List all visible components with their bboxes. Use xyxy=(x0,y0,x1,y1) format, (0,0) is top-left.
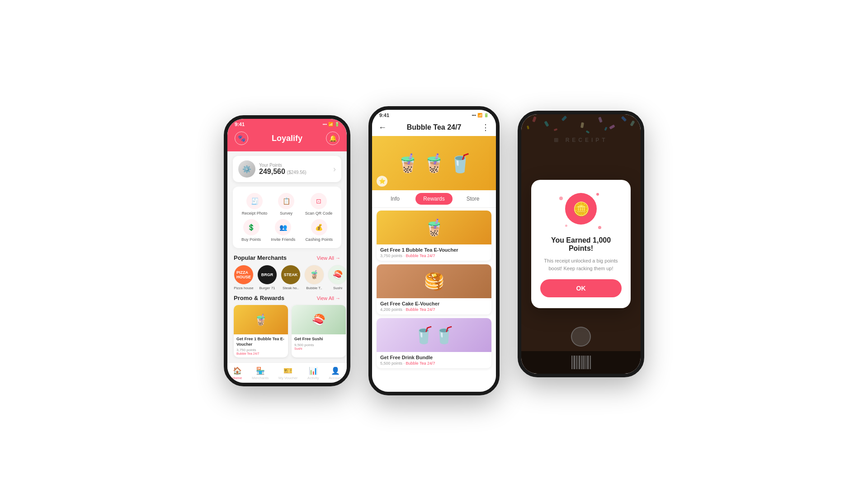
action-survey[interactable]: 📋 Survey xyxy=(278,193,294,216)
modal-dot-br xyxy=(598,226,601,229)
reward-tea-points: 3,750 points xyxy=(380,253,402,258)
bottom-nav: 🏠 Home 🏪 Merchants 🎫 My Voucher 📊 Activi… xyxy=(227,362,347,383)
tab-store[interactable]: Store xyxy=(454,193,491,205)
merchant-sushi[interactable]: 🍣 Sushi xyxy=(328,265,347,290)
hero-tea-3: 🥤 xyxy=(449,153,472,174)
nav-voucher[interactable]: 🎫 My Voucher xyxy=(278,366,297,380)
reward-tea-img: 🧋 xyxy=(377,211,491,244)
actions-row-2: 💲 Buy Points 👥 Invite Friends 💰 Cashing … xyxy=(233,217,341,244)
merchant-pizza-avatar: PIZZAHOUSE xyxy=(234,265,254,285)
reward-drink-points: 5,500 points xyxy=(380,361,402,366)
action-invite-friends[interactable]: 👥 Invite Friends xyxy=(271,219,295,242)
reward-tea-merchant: Bubble Tea 24/7 xyxy=(406,253,435,258)
receipt-photo-icon: 🧾 xyxy=(246,193,263,209)
promo-view-all[interactable]: View All → xyxy=(317,296,340,301)
battery-p2: 🔋 xyxy=(484,113,489,117)
status-icons-phone1: ▪▪▪ 📶 🔋 xyxy=(322,122,340,127)
promo-section-header: Promo & Rewards View All → xyxy=(227,292,347,303)
points-sub-value: ($249.56) xyxy=(287,170,307,175)
app-header: 🐾 Loyalify 🔔 xyxy=(227,128,347,151)
merchants-nav-icon: 🏪 xyxy=(256,366,265,375)
nav-merchants[interactable]: 🏪 Merchants xyxy=(252,366,269,380)
reward-drink-info: Get Free Drink Bundle 5,500 points · Bub… xyxy=(377,352,491,368)
merchant-pizza-house[interactable]: PIZZAHOUSE Pizza house xyxy=(234,265,254,290)
wifi-icon: 📶 xyxy=(328,122,333,127)
merchant-steak-house[interactable]: STEAK Steak ho.. xyxy=(281,265,301,290)
action-cashing-points[interactable]: 💰 Cashing Points xyxy=(305,219,333,242)
promo-bubble-merchant: Bubble Tea 24/7 xyxy=(236,352,285,355)
merchant-bubble-tea[interactable]: 🧋 Bubble T.. xyxy=(304,265,324,290)
signal-icon: ▪▪▪ xyxy=(322,122,327,127)
nav-activity[interactable]: 📊 Activity xyxy=(307,366,319,380)
invite-friends-icon: 👥 xyxy=(275,219,291,235)
reward-card-3[interactable]: 🥤🥤 Get Free Drink Bundle 5,500 points · … xyxy=(377,318,491,368)
merchant-burger-name: Burger 71 xyxy=(259,286,275,290)
modal-ok-button[interactable]: OK xyxy=(540,279,622,297)
pet-icon[interactable]: 🐾 xyxy=(235,131,248,145)
reward-cake-points: 4,200 points xyxy=(380,307,402,312)
action-receipt-photo[interactable]: 🧾 Receipt Photo xyxy=(242,193,268,216)
p2-page-title: Bubble Tea 24/7 xyxy=(407,123,462,131)
reward-tea-meta: 3,750 points · Bubble Tea 24/7 xyxy=(380,253,488,258)
promo-bubble-title: Get Free 1 Bubble Tea E-Voucher xyxy=(236,337,285,347)
modal-dot-bl xyxy=(565,225,567,227)
more-menu-icon[interactable]: ⋮ xyxy=(481,122,490,132)
merchant-sushi-avatar: 🍣 xyxy=(328,265,347,285)
merchant-burger-avatar: BRGR xyxy=(257,265,277,285)
phone3-screen: ⊞ RECEIPT xyxy=(521,114,641,374)
tab-info[interactable]: Info xyxy=(377,193,414,205)
promo-sushi-points: 9,500 points xyxy=(294,343,343,347)
activity-nav-label: Activity xyxy=(307,376,319,380)
home-nav-label: Home xyxy=(232,376,242,380)
reward-list: 🧋 Get Free 1 Bubble Tea E-Voucher 3,750 … xyxy=(372,208,496,392)
merchants-nav-label: Merchants xyxy=(252,376,269,380)
nav-home[interactable]: 🏠 Home xyxy=(232,366,242,380)
reward-cake-img: 🥞 xyxy=(377,264,491,298)
promo-sushi-img: 🍣 xyxy=(292,305,346,334)
scene: 9:41 ▪▪▪ 📶 🔋 🐾 Loyalify 🔔 ⚙️ Your Poin xyxy=(224,93,644,395)
promo-bubble-points: 3,750 points xyxy=(236,348,285,352)
reward-drink-title: Get Free Drink Bundle xyxy=(380,355,488,360)
back-button[interactable]: ← xyxy=(378,123,387,132)
points-info: Your Points 249,560 ($249.56) xyxy=(259,163,307,176)
battery-icon: 🔋 xyxy=(335,122,340,127)
hero-tea-2: 🧋 xyxy=(423,153,445,174)
cashing-points-icon: 💰 xyxy=(311,219,327,235)
wifi-p2: 📶 xyxy=(477,113,482,117)
voucher-nav-label: My Voucher xyxy=(278,376,297,380)
promo-title: Promo & Rewards xyxy=(234,295,284,301)
points-card[interactable]: ⚙️ Your Points 249,560 ($249.56) › xyxy=(233,156,341,182)
reward-cake-meta: 4,200 points · Bubble Tea 24/7 xyxy=(380,307,488,312)
reward-cake-merchant: Bubble Tea 24/7 xyxy=(406,307,435,312)
promo-card-sushi[interactable]: 🍣 Get Free Sushi 9,500 points Sushi xyxy=(292,305,346,357)
tab-rewards[interactable]: Rewards xyxy=(415,193,453,205)
merchant-burger71[interactable]: BRGR Burger 71 xyxy=(257,265,277,290)
merchants-scroll: PIZZAHOUSE Pizza house BRGR Burger 71 ST… xyxy=(227,263,347,292)
modal-coin-icon: 🪙 xyxy=(565,193,597,225)
survey-icon: 📋 xyxy=(278,193,294,209)
actions-row-1: 🧾 Receipt Photo 📋 Survey ⊡ Scan QR Code xyxy=(233,191,341,217)
promo-sushi-info: Get Free Sushi 9,500 points Sushi xyxy=(292,334,346,352)
phone2-screen: 9:41 ▪▪▪ 📶 🔋 ← Bubble Tea 24/7 ⋮ 🧋 🧋 🥤 ⭐ xyxy=(372,110,496,392)
merchant-sushi-name: Sushi xyxy=(333,286,342,290)
merchants-view-all[interactable]: View All → xyxy=(317,255,340,261)
merchant-bubble-name: Bubble T.. xyxy=(306,286,322,290)
action-scan-qr[interactable]: ⊡ Scan QR Code xyxy=(305,193,333,216)
account-nav-label: Account xyxy=(329,376,342,380)
promo-card-bubble-tea[interactable]: 🧋 Get Free 1 Bubble Tea E-Voucher 3,750 … xyxy=(234,305,288,357)
reward-card-1[interactable]: 🧋 Get Free 1 Bubble Tea E-Voucher 3,750 … xyxy=(377,211,491,261)
signal-p2: ▪▪▪ xyxy=(472,113,476,117)
promo-bubble-img: 🧋 xyxy=(234,305,288,334)
points-value: 249,560 xyxy=(259,168,285,176)
promo-bubble-info: Get Free 1 Bubble Tea E-Voucher 3,750 po… xyxy=(234,334,288,357)
buy-points-label: Buy Points xyxy=(241,237,261,242)
phone3-frame: ⊞ RECEIPT xyxy=(518,111,644,377)
reward-card-2[interactable]: 🥞 Get Free Cake E-Voucher 4,200 points ·… xyxy=(377,264,491,314)
modal-icon-container: 🪙 xyxy=(563,193,599,229)
bell-icon[interactable]: 🔔 xyxy=(326,131,340,145)
buy-points-icon: 💲 xyxy=(243,219,259,235)
p2-header: ← Bubble Tea 24/7 ⋮ xyxy=(372,119,496,136)
action-buy-points[interactable]: 💲 Buy Points xyxy=(241,219,261,242)
nav-account[interactable]: 👤 Account xyxy=(329,366,342,380)
points-left: ⚙️ Your Points 249,560 ($249.56) xyxy=(238,160,307,178)
